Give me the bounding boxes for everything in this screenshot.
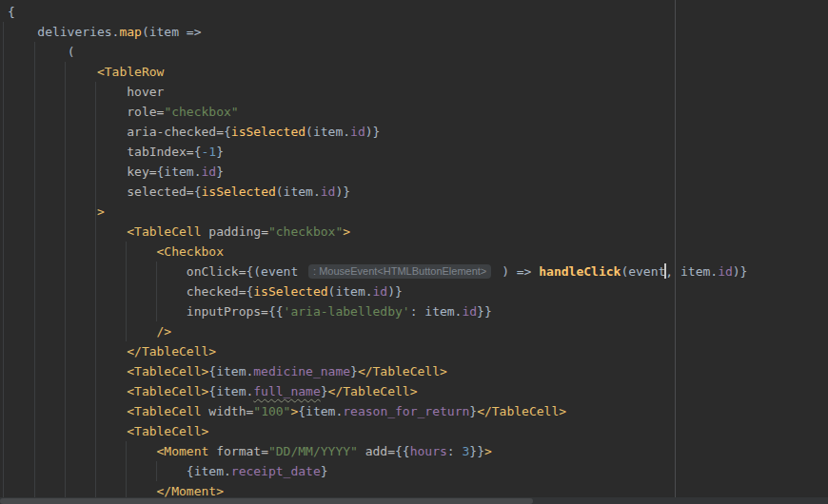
code-token: (item.	[328, 284, 373, 299]
horizontal-scrollbar[interactable]	[0, 497, 828, 504]
code-token: 'aria-labelledby'	[284, 304, 410, 319]
code-token: <TableCell	[127, 404, 201, 418]
code-token: format=	[208, 444, 268, 458]
code-line[interactable]: <TableCell padding="checkbox">	[8, 222, 828, 242]
code-token: id	[350, 125, 365, 139]
code-token: <Checkbox	[157, 244, 224, 259]
code-token: </TableCell>	[127, 344, 216, 359]
code-token: hours	[410, 444, 447, 458]
code-token: >	[484, 444, 492, 458]
code-token: "checkbox"	[268, 224, 343, 239]
code-token: "100"	[253, 404, 290, 418]
code-token: map	[119, 25, 141, 39]
code-token: -1	[202, 145, 217, 159]
code-token: </TableCell>	[328, 384, 418, 398]
code-token: }	[321, 384, 328, 398]
code-token: key=	[127, 165, 156, 179]
code-token: padding=	[202, 224, 268, 239]
code-token: (item =>	[142, 25, 202, 39]
code-line[interactable]: <TableCell width="100">{item.reason_for_…	[8, 401, 828, 421]
code-token: "DD/MM/YYYY"	[268, 444, 358, 458]
code-line[interactable]: selected={isSelected(item.id)}	[8, 182, 828, 202]
code-token: hover	[127, 85, 164, 99]
code-line[interactable]: role="checkbox"	[8, 102, 828, 122]
code-area[interactable]: { deliveries.map(item => ( <TableRow hov…	[0, 0, 828, 504]
code-editor: { deliveries.map(item => ( <TableRow hov…	[0, 0, 828, 504]
code-token: }	[216, 145, 224, 159]
code-line[interactable]: <TableRow	[8, 62, 828, 82]
code-line[interactable]: tabIndex={-1}	[8, 142, 828, 162]
right-margin-line	[675, 0, 676, 504]
code-token: {item.	[187, 464, 231, 478]
code-line[interactable]: hover	[8, 82, 828, 102]
code-line[interactable]: onClick={(event : MouseEvent<HTMLButtonE…	[8, 262, 828, 281]
code-line[interactable]: (	[8, 42, 828, 62]
code-line[interactable]: <Moment format="DD/MM/YYYY" add={{hours:…	[8, 441, 828, 461]
code-token: , item.	[665, 264, 718, 279]
code-line[interactable]: <TableCell>{item.full_name}</TableCell>	[8, 381, 828, 401]
code-token: {(event	[246, 264, 306, 279]
code-token: tabIndex=	[127, 145, 193, 159]
code-token: handleClick	[539, 264, 621, 279]
code-token: />	[157, 324, 172, 339]
code-token: "checkbox"	[164, 105, 238, 119]
code-token: selected=	[127, 184, 193, 199]
code-token: id	[718, 264, 733, 279]
code-token: checked=	[187, 284, 246, 299]
code-token: (event	[621, 264, 665, 279]
code-token: )}	[733, 264, 748, 279]
code-token: full_name	[253, 384, 320, 398]
code-token: </Moment>	[157, 484, 224, 498]
code-token: {item.	[208, 384, 253, 398]
code-token: role=	[127, 105, 164, 119]
code-line[interactable]: key={item.id}	[8, 162, 828, 182]
code-line[interactable]: deliveries.map(item =>	[8, 22, 828, 42]
code-token: width=	[202, 404, 254, 418]
code-token: (item.	[306, 125, 350, 139]
indent-guide	[3, 22, 4, 501]
scrollbar-thumb[interactable]	[0, 498, 533, 504]
code-token: {	[194, 184, 202, 199]
code-line[interactable]: </TableCell>	[8, 341, 828, 361]
code-token: (item.	[276, 184, 321, 199]
code-line[interactable]: <TableCell>{item.medicine_name}</TableCe…	[8, 361, 828, 381]
code-token: onClick=	[187, 264, 246, 279]
code-line[interactable]: {	[8, 2, 828, 22]
code-token: ) =>	[494, 264, 539, 279]
code-token: <TableCell>	[127, 424, 208, 438]
code-token: id	[321, 184, 336, 199]
code-token: receipt_date	[231, 464, 321, 478]
code-token: aria-checked=	[127, 125, 224, 139]
code-token: )}	[387, 284, 403, 299]
code-token: reason_for_return	[343, 404, 469, 418]
code-token: {item.	[298, 404, 343, 418]
code-token: medicine_name	[253, 364, 350, 378]
code-line[interactable]: aria-checked={isSelected(item.id)}	[8, 122, 828, 142]
code-token: }	[469, 404, 477, 418]
code-token: {item.	[208, 364, 253, 378]
code-line[interactable]: <TableCell>	[8, 421, 828, 441]
code-token: }}	[477, 304, 492, 319]
code-line[interactable]: inputProps={{'aria-labelledby': item.id}…	[8, 301, 828, 321]
code-line[interactable]: <Checkbox	[8, 242, 828, 262]
code-line[interactable]: checked={isSelected(item.id)}	[8, 281, 828, 301]
code-token: isSelected	[253, 284, 327, 299]
code-token: :	[447, 444, 463, 458]
code-token: </TableCell>	[358, 364, 447, 378]
code-token: <TableCell>	[127, 384, 208, 398]
code-line[interactable]: />	[8, 321, 828, 341]
code-token: id	[202, 165, 217, 179]
code-token: {	[194, 145, 202, 159]
code-line[interactable]: >	[8, 202, 828, 222]
code-token: {item.	[157, 165, 202, 179]
code-token: {	[8, 5, 15, 19]
code-token: }	[216, 165, 224, 179]
code-token: <TableCell	[127, 224, 201, 239]
code-token: inputProps=	[187, 304, 268, 319]
parameter-type-hint[interactable]: : MouseEvent<HTMLButtonElement>	[308, 264, 491, 279]
code-token: {{	[395, 444, 410, 458]
code-token: id	[462, 304, 477, 319]
code-line[interactable]: {item.receipt_date}	[8, 461, 828, 481]
code-token: }}	[469, 444, 484, 458]
code-token: )}	[335, 184, 350, 199]
